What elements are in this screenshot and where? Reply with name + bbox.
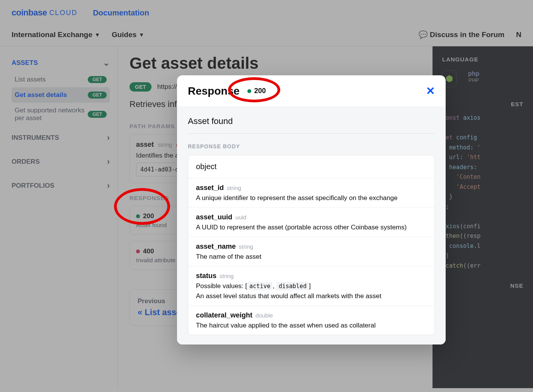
field-type: string <box>239 243 253 250</box>
modal-body: Asset found RESPONSE BODY object asset_i… <box>177 107 446 344</box>
schema-field[interactable]: asset_namestringThe name of the asset <box>188 237 434 266</box>
close-button[interactable]: ✕ <box>426 85 435 97</box>
close-icon: ✕ <box>426 85 435 97</box>
field-name: asset_name <box>196 243 236 250</box>
enum-value: active <box>247 282 272 290</box>
schema-field[interactable]: collateral_weightdoubleThe haircut value… <box>188 305 434 335</box>
field-type: string <box>220 273 234 279</box>
field-name: status <box>196 272 216 280</box>
modal-status-code: 200 <box>254 87 266 95</box>
field-type: uuid <box>235 214 246 221</box>
enum-value: disabled <box>276 282 309 290</box>
field-desc: The name of the asset <box>196 253 427 261</box>
field-name: asset_id <box>196 184 224 192</box>
response-modal: Response 200 ✕ Asset found RESPONSE BODY… <box>177 75 446 344</box>
field-desc: A unique identifier to represent the ass… <box>196 194 427 202</box>
modal-header: Response 200 ✕ <box>177 75 446 107</box>
schema-field[interactable]: statusstringPossible values: [active, di… <box>188 266 434 305</box>
status-dot-green-icon <box>247 89 251 93</box>
schema-root-type: object <box>188 155 434 178</box>
modal-title: Response <box>188 85 240 97</box>
field-desc: The haircut value applied to the asset w… <box>196 322 427 329</box>
field-type: double <box>255 312 273 319</box>
response-body-label: RESPONSE BODY <box>188 143 435 149</box>
field-desc: Possible values: [active, disabled] <box>196 282 427 290</box>
field-type: string <box>227 185 241 191</box>
field-name: asset_uuid <box>196 213 232 221</box>
schema-field[interactable]: asset_uuiduuidA UUID to represent the as… <box>188 207 434 237</box>
status-pill: 200 <box>247 87 266 95</box>
modal-subtitle: Asset found <box>188 116 435 134</box>
field-desc: An asset level status that would affect … <box>196 292 427 300</box>
field-desc: A UUID to represent the asset (portable … <box>196 224 427 231</box>
schema-field[interactable]: asset_idstringA unique identifier to rep… <box>188 178 434 207</box>
field-name: collateral_weight <box>196 311 252 319</box>
schema-box: object asset_idstringA unique identifier… <box>188 155 435 335</box>
